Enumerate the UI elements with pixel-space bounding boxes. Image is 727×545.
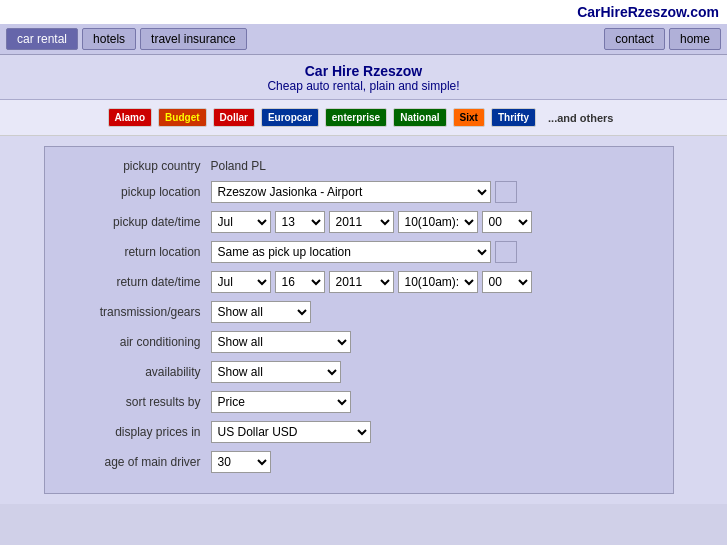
brand-dollar[interactable]: Dollar xyxy=(213,108,255,127)
pickup-country-value-area: Poland PL xyxy=(211,159,657,173)
transmission-select[interactable]: Show all xyxy=(211,301,311,323)
availability-row: availability Show all xyxy=(61,361,657,383)
site-title-bar: CarHireRzeszow.com xyxy=(0,0,727,24)
pickup-location-select[interactable]: Rzeszow Jasionka - Airport xyxy=(211,181,491,203)
pickup-country-row: pickup country Poland PL xyxy=(61,159,657,173)
ac-controls: Show all xyxy=(211,331,657,353)
brand-thrifty[interactable]: Thrifty xyxy=(491,108,536,127)
age-controls: 30 xyxy=(211,451,657,473)
sort-label: sort results by xyxy=(61,395,211,409)
pickup-country-value: Poland PL xyxy=(211,159,266,173)
age-select[interactable]: 30 xyxy=(211,451,271,473)
nav-left: car rental hotels travel insurance xyxy=(6,28,247,50)
nav-right: contact home xyxy=(604,28,721,50)
return-hour-select[interactable]: 10(10am): xyxy=(398,271,478,293)
return-location-select[interactable]: Same as pick up location xyxy=(211,241,491,263)
availability-label: availability xyxy=(61,365,211,379)
return-year-select[interactable]: 2011 xyxy=(329,271,394,293)
nav-contact[interactable]: contact xyxy=(604,28,665,50)
sort-controls: Price xyxy=(211,391,657,413)
pickup-month-select[interactable]: Jul xyxy=(211,211,271,233)
return-day-select[interactable]: 16 xyxy=(275,271,325,293)
brand-national[interactable]: National xyxy=(393,108,446,127)
pickup-location-info-button[interactable] xyxy=(495,181,517,203)
currency-controls: US Dollar USD xyxy=(211,421,657,443)
currency-row: display prices in US Dollar USD xyxy=(61,421,657,443)
nav-bar: car rental hotels travel insurance conta… xyxy=(0,24,727,55)
hero-section: Car Hire Rzeszow Cheap auto rental, plai… xyxy=(0,55,727,100)
return-minute-select[interactable]: 00 xyxy=(482,271,532,293)
return-location-info-button[interactable] xyxy=(495,241,517,263)
brand-alamo[interactable]: Alamo xyxy=(108,108,153,127)
sort-row: sort results by Price xyxy=(61,391,657,413)
brands-bar: Alamo Budget Dollar Europcar enterprise … xyxy=(0,100,727,136)
brand-europcar[interactable]: Europcar xyxy=(261,108,319,127)
pickup-location-label: pickup location xyxy=(61,185,211,199)
pickup-datetime-controls: Jul 13 2011 10(10am): 00 xyxy=(211,211,657,233)
age-row: age of main driver 30 xyxy=(61,451,657,473)
return-location-controls: Same as pick up location xyxy=(211,241,657,263)
availability-select[interactable]: Show all xyxy=(211,361,341,383)
site-title: CarHireRzeszow.com xyxy=(577,4,719,20)
return-datetime-label: return date/time xyxy=(61,275,211,289)
currency-select[interactable]: US Dollar USD xyxy=(211,421,371,443)
hero-title: Car Hire Rzeszow xyxy=(0,63,727,79)
transmission-controls: Show all xyxy=(211,301,657,323)
pickup-datetime-label: pickup date/time xyxy=(61,215,211,229)
brand-enterprise[interactable]: enterprise xyxy=(325,108,387,127)
return-datetime-controls: Jul 16 2011 10(10am): 00 xyxy=(211,271,657,293)
currency-label: display prices in xyxy=(61,425,211,439)
pickup-hour-select[interactable]: 10(10am): xyxy=(398,211,478,233)
nav-home[interactable]: home xyxy=(669,28,721,50)
availability-controls: Show all xyxy=(211,361,657,383)
nav-car-rental[interactable]: car rental xyxy=(6,28,78,50)
transmission-row: transmission/gears Show all xyxy=(61,301,657,323)
age-label: age of main driver xyxy=(61,455,211,469)
sort-select[interactable]: Price xyxy=(211,391,351,413)
pickup-location-row: pickup location Rzeszow Jasionka - Airpo… xyxy=(61,181,657,203)
ac-row: air conditioning Show all xyxy=(61,331,657,353)
booking-form: pickup country Poland PL pickup location… xyxy=(44,146,674,494)
hero-subtitle: Cheap auto rental, plain and simple! xyxy=(0,79,727,93)
pickup-country-label: pickup country xyxy=(61,159,211,173)
brand-sixt[interactable]: Sixt xyxy=(453,108,485,127)
main-content: pickup country Poland PL pickup location… xyxy=(0,136,727,504)
return-location-label: return location xyxy=(61,245,211,259)
return-location-row: return location Same as pick up location xyxy=(61,241,657,263)
transmission-label: transmission/gears xyxy=(61,305,211,319)
pickup-day-select[interactable]: 13 xyxy=(275,211,325,233)
ac-select[interactable]: Show all xyxy=(211,331,351,353)
pickup-year-select[interactable]: 2011 xyxy=(329,211,394,233)
return-datetime-row: return date/time Jul 16 2011 10(10am): 0… xyxy=(61,271,657,293)
return-month-select[interactable]: Jul xyxy=(211,271,271,293)
brand-budget[interactable]: Budget xyxy=(158,108,206,127)
pickup-location-controls: Rzeszow Jasionka - Airport xyxy=(211,181,657,203)
pickup-minute-select[interactable]: 00 xyxy=(482,211,532,233)
nav-hotels[interactable]: hotels xyxy=(82,28,136,50)
pickup-datetime-row: pickup date/time Jul 13 2011 10(10am): 0… xyxy=(61,211,657,233)
nav-travel-insurance[interactable]: travel insurance xyxy=(140,28,247,50)
ac-label: air conditioning xyxy=(61,335,211,349)
brand-others[interactable]: ...and others xyxy=(542,109,619,127)
